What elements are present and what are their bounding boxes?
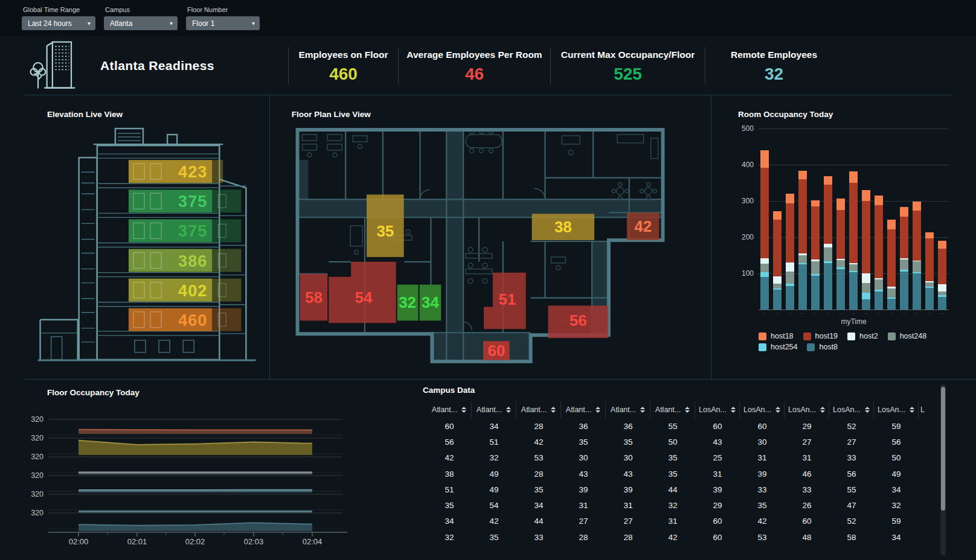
bar[interactable] [811,200,820,310]
legend-label: host18 [771,332,794,340]
column-header[interactable]: Atlant... [606,401,650,418]
bar[interactable] [760,150,769,310]
legend-item[interactable]: host248 [888,332,926,340]
legend-item[interactable]: host8 [807,343,838,351]
bar[interactable] [900,207,908,310]
x-axis-tick: .. [875,310,883,315]
column-header[interactable]: Atlant... [427,401,472,418]
plan-room[interactable]: 42 [627,212,660,240]
legend-label: host254 [771,343,797,351]
plan-room-value: 51 [498,291,516,308]
campus-dropdown[interactable]: Atlanta ▾ [104,16,178,30]
area-series [79,523,312,531]
bar[interactable] [824,176,832,310]
floor-number-dropdown[interactable]: Floor 1 ▾ [186,16,260,30]
bar-segment-host254 [862,293,870,299]
panel-title: Campus Data [423,386,475,395]
bar-segment-host19 [824,185,832,244]
plan-room[interactable]: 38 [531,214,594,240]
column-header[interactable]: LosAn... [829,401,874,418]
elevation-floor-value: 386 [178,252,207,270]
y-axis-tick-label: 320 [31,509,43,517]
bar[interactable] [786,194,794,310]
plan-room[interactable]: 51 [484,273,526,329]
elevation-floor[interactable]: 375 [129,219,241,242]
plan-room[interactable]: 58 [300,274,327,321]
column-header[interactable]: Atlant... [650,401,695,418]
table-cell: 27 [606,517,650,526]
column-header[interactable]: LosAn... [695,401,740,418]
legend-swatch [847,332,855,340]
column-header[interactable]: Atlant... [516,401,561,418]
bar-segment-host19 [849,183,858,263]
table-cell: 59 [874,517,919,526]
panel-title: Room Occupancy Today [738,110,958,119]
bar-segment-host2 [760,258,769,263]
bar-segment-host248 [798,255,807,263]
bar[interactable] [913,202,921,310]
scrollbar-thumb[interactable] [941,387,945,511]
plan-room[interactable]: 32 [397,285,418,321]
legend-item[interactable]: host19 [803,332,838,340]
bar[interactable] [875,196,883,310]
bar-segment-host18 [875,196,883,205]
elevation-floor[interactable]: 423 [129,160,223,183]
table-cell: 28 [516,469,561,479]
plan-room[interactable]: 34 [419,285,441,321]
bar[interactable] [887,220,896,310]
bar-segment-host2 [773,276,782,284]
legend-item[interactable]: host2 [847,332,878,340]
column-header-label: LosAn... [788,406,816,414]
time-range-dropdown[interactable]: Last 24 hours ▾ [22,16,95,30]
elevation-floor[interactable]: 386 [129,249,241,272]
table-cell: 53 [740,533,785,542]
table-cell: 42 [427,453,472,462]
column-header[interactable]: LosAn... [874,401,919,418]
elevation-floor-value: 423 [178,163,207,181]
x-axis-title: myTime [759,317,949,326]
bar[interactable] [798,171,807,310]
table-cell: 35 [606,438,650,447]
bar-segment-host248 [836,260,845,267]
bar[interactable] [862,190,870,310]
table-cell: 55 [650,422,695,431]
bar[interactable] [836,199,845,310]
elevation-floor[interactable]: 375 [129,189,241,212]
plan-room-value: 56 [570,312,587,329]
legend-item[interactable]: host254 [759,343,797,351]
table-cell: 42 [740,517,785,526]
bar-segment-host2 [862,273,870,283]
column-header[interactable]: Atlant... [561,401,606,418]
table-scrollbar[interactable] [940,384,946,556]
bar[interactable] [938,241,946,310]
bar[interactable] [773,211,782,310]
elevation-floor[interactable]: 402 [129,279,241,302]
x-axis-tick: .. [862,310,870,315]
x-axis-tick-label: 02:03 [244,537,264,546]
bar[interactable] [849,171,858,310]
bar[interactable] [925,232,934,310]
table-cell: 36 [561,422,606,431]
plan-room[interactable]: 54 [329,262,396,323]
column-header[interactable]: LosAn... [740,401,785,418]
x-axis-tick-label: 02:01 [127,537,147,546]
plan-room[interactable]: 60 [483,341,510,360]
bar-segment-host19 [925,238,934,281]
campus-data-table: Atlant...Atlant...Atlant...Atlant...Atla… [427,401,919,545]
column-header[interactable]: LosAn... [785,401,829,418]
column-header-label: LosAn... [743,406,771,414]
y-axis-tick-label: 200 [738,233,754,241]
column-header[interactable]: Atlant... [472,401,516,418]
sort-icon [731,407,736,413]
plan-room[interactable]: 35 [367,194,404,256]
table-cell: 35 [472,533,516,542]
table-cell: 56 [427,438,472,447]
elevation-floor[interactable]: 460 [129,308,241,331]
legend-item[interactable]: host18 [759,332,794,340]
table-cell: 32 [427,533,472,542]
filter-global-time-range: Global Time Range Last 24 hours ▾ [22,5,95,30]
table-cell: 35 [650,469,695,479]
bar-segment-host19 [913,211,921,261]
column-header-label: Atlant... [655,406,681,414]
plan-room[interactable]: 56 [548,305,608,338]
